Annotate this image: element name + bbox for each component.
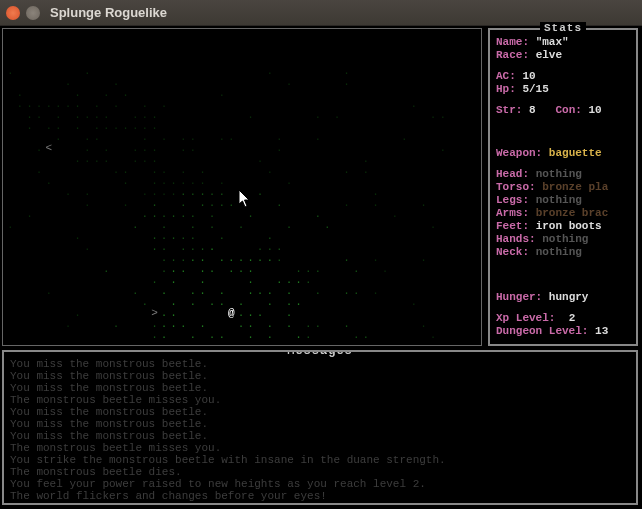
message-line: The world flickers and changes before yo… xyxy=(10,490,630,502)
message-line: The monstrous beetle misses you. xyxy=(10,394,630,406)
message-line: The monstrous beetle dies. xyxy=(10,466,630,478)
message-line: You miss the monstrous beetle. xyxy=(10,430,630,442)
message-line: You miss the monstrous beetle. xyxy=(10,406,630,418)
stat-legs: Legs: nothing xyxy=(496,194,630,207)
messages-panel-title: Messages xyxy=(4,350,636,358)
stats-panel-title: Stats xyxy=(490,22,636,35)
stat-ac: AC: 10 xyxy=(496,70,630,83)
stat-hands: Hands: nothing xyxy=(496,233,630,246)
stat-torso: Torso: bronze pla xyxy=(496,181,630,194)
message-line: You feel your power raised to new height… xyxy=(10,478,630,490)
dungeon-map[interactable]: . . . . . . . . . . . . . ....... . . . … xyxy=(2,28,482,346)
message-line: You take off the ring of teleportation. xyxy=(10,502,630,505)
stat-dungeon: Dungeon Level: 13 xyxy=(496,325,630,338)
message-line: You miss the monstrous beetle. xyxy=(10,382,630,394)
message-line: You miss the monstrous beetle. xyxy=(10,418,630,430)
stat-weapon: Weapon: baguette xyxy=(496,147,630,160)
message-line: You miss the monstrous beetle. xyxy=(10,358,630,370)
stat-name: Name: "max" xyxy=(496,36,630,49)
stat-xp: Xp Level: 2 xyxy=(496,312,630,325)
minimize-icon[interactable] xyxy=(26,6,40,20)
messages-panel: Messages You miss the monstrous beetle.Y… xyxy=(2,350,638,505)
stat-hp: Hp: 5/15 xyxy=(496,83,630,96)
message-line: The monstrous beetle misses you. xyxy=(10,442,630,454)
message-list: You miss the monstrous beetle.You miss t… xyxy=(10,358,630,505)
stat-neck: Neck: nothing xyxy=(496,246,630,259)
window-title: Splunge Roguelike xyxy=(50,5,167,20)
stat-head: Head: nothing xyxy=(496,168,630,181)
game-area: . . . . . . . . . . . . . ....... . . . … xyxy=(0,26,642,509)
stats-panel: Stats Name: "max" Race: elve AC: 10 Hp: … xyxy=(488,28,638,346)
message-line: You miss the monstrous beetle. xyxy=(10,370,630,382)
stat-str-con: Str: 8 Con: 10 xyxy=(496,104,630,117)
message-line: You strike the monstrous beetle with ins… xyxy=(10,454,630,466)
stat-hunger: Hunger: hungry xyxy=(496,291,630,304)
stat-feet: Feet: iron boots xyxy=(496,220,630,233)
close-icon[interactable] xyxy=(6,6,20,20)
stat-race: Race: elve xyxy=(496,49,630,62)
stat-arms: Arms: bronze brac xyxy=(496,207,630,220)
